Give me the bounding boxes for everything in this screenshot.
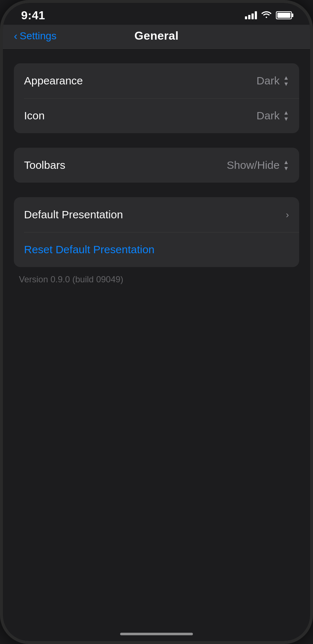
- toolbars-picker-icon: ▲ ▼: [283, 159, 289, 171]
- phone-screen: 9:41: [3, 3, 310, 641]
- home-indicator-bar: [120, 633, 193, 635]
- toolbars-label: Toolbars: [24, 159, 65, 171]
- page-title: General: [134, 29, 178, 43]
- icon-value: Dark ▲ ▼: [257, 110, 289, 122]
- default-presentation-value: ›: [286, 209, 289, 220]
- wifi-icon: [261, 10, 272, 20]
- back-chevron-icon: ‹: [14, 30, 17, 42]
- status-time: 9:41: [21, 9, 45, 22]
- appearance-value: Dark ▲ ▼: [257, 75, 289, 87]
- toolbars-value-text: Show/Hide: [227, 159, 280, 171]
- icon-picker-icon: ▲ ▼: [283, 110, 289, 122]
- reset-default-presentation-row[interactable]: Reset Default Presentation: [14, 232, 299, 267]
- status-bar: 9:41: [3, 3, 310, 25]
- icon-value-text: Dark: [257, 110, 280, 122]
- appearance-icon-group: Appearance Dark ▲ ▼ Icon Dark ▲: [14, 63, 299, 133]
- battery-icon: [276, 11, 292, 19]
- toolbars-value: Show/Hide ▲ ▼: [227, 159, 289, 171]
- appearance-picker-icon: ▲ ▼: [283, 75, 289, 87]
- back-button[interactable]: ‹ Settings: [14, 30, 56, 42]
- appearance-label: Appearance: [24, 75, 83, 87]
- icon-label: Icon: [24, 110, 45, 122]
- presentation-group: Default Presentation › Reset Default Pre…: [14, 197, 299, 267]
- reset-default-presentation-label: Reset Default Presentation: [24, 243, 155, 256]
- signal-icon: [245, 11, 257, 19]
- default-presentation-chevron-icon: ›: [286, 209, 289, 220]
- toolbars-group: Toolbars Show/Hide ▲ ▼: [14, 148, 299, 183]
- appearance-row[interactable]: Appearance Dark ▲ ▼: [14, 63, 299, 98]
- version-info: Version 0.9.0 (build 09049): [14, 274, 299, 285]
- default-presentation-row[interactable]: Default Presentation ›: [14, 197, 299, 232]
- home-indicator: [3, 627, 310, 641]
- back-label: Settings: [20, 30, 56, 42]
- icon-row[interactable]: Icon Dark ▲ ▼: [14, 98, 299, 133]
- settings-content: Appearance Dark ▲ ▼ Icon Dark ▲: [3, 49, 310, 627]
- phone-frame: 9:41: [0, 0, 313, 644]
- default-presentation-label: Default Presentation: [24, 208, 123, 221]
- nav-bar: ‹ Settings General: [3, 25, 310, 49]
- toolbars-row[interactable]: Toolbars Show/Hide ▲ ▼: [14, 148, 299, 183]
- appearance-value-text: Dark: [257, 75, 280, 87]
- version-text: Version 0.9.0 (build 09049): [19, 274, 123, 284]
- status-icons: [245, 10, 292, 20]
